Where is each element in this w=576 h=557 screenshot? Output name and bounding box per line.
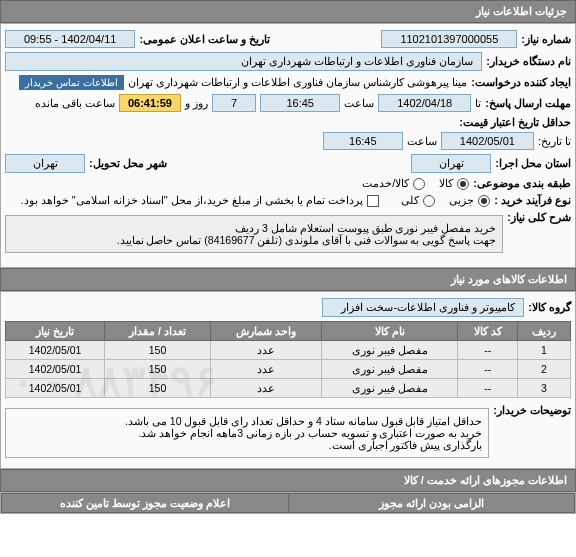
to-date-label: تا تاریخ: [538,135,571,148]
buyer-notes-value: حداقل امتیاز قابل قبول سامانه ستاد 4 و ح… [5,408,489,458]
table-row: 1--مفصل فیبر نوریعدد1501402/05/01 [6,341,571,360]
goods-group-label: گروه کالا: [528,301,571,314]
goods-group-value: کامپیوتر و فناوری اطلاعات-سخت افزار [322,298,524,317]
requester-label: ایجاد کننده درخواست: [471,76,571,89]
cell-unit: عدد [210,379,321,398]
radio-full[interactable] [423,195,435,207]
cell-qty: 150 [105,360,211,379]
validity-min-label: حداقل تاریخ اعتبار قیمت: [459,116,571,129]
cell-code: -- [458,379,517,398]
need-title-label: شرح کلی نیاز: [507,211,571,224]
col-name: نام کالا [321,322,458,341]
radio-goods-label: کالا [439,177,453,190]
requester-value: مینا پیرهوشی کارشناس سازمان فناوری اطلاع… [128,76,468,89]
col-qty: تعداد / مقدار [105,322,211,341]
need-no-value: 1102101397000055 [381,30,517,48]
goods-info-header: اطلاعات کالاهای مورد نیاز [0,268,576,291]
hour-label-1: ساعت [344,97,374,110]
need-no-label: شماره نیاز: [521,33,571,46]
buyer-org-value: سازمان فناوری اطلاعات و ارتباطات شهرداری… [5,52,482,71]
col-date: تاریخ نیاز [6,322,105,341]
days-left-value: 7 [212,94,256,112]
reply-date-value: 1402/04/18 [378,94,471,112]
radio-partial-label: جزیی [449,194,474,207]
exec-province-label: استان محل اجرا: [495,157,571,170]
radio-service-label: کالا/خدمت [362,177,409,190]
hour-label-2: ساعت [407,135,437,148]
table-row: 2--مفصل فیبر نوریعدد1501402/05/01 [6,360,571,379]
cell-date: 1402/05/01 [6,379,105,398]
deliver-city-value: تهران [5,154,85,173]
cell-date: 1402/05/01 [6,360,105,379]
cell-code: -- [458,341,517,360]
to-label: تا [475,97,481,110]
process-radio-group: جزیی کلی [401,194,490,207]
cell-qty: 150 [105,341,211,360]
timer-value: 06:41:59 [119,94,181,112]
radio-partial[interactable] [478,195,490,207]
col-code: کد کالا [458,322,517,341]
announce-dt-label: تاریخ و ساعت اعلان عمومی: [139,33,270,46]
permit-col-right: الزامی بودن ارائه مجوز [288,494,575,513]
cell-row: 1 [517,341,570,360]
cell-name: مفصل فیبر نوری [321,379,458,398]
goods-info-panel: ۸۸۳۴۹۶ - ۰ گروه کالا: کامپیوتر و فناوری … [0,291,576,469]
col-row: ردیف [517,322,570,341]
category-label: طبقه بندی موضوعی: [473,177,571,190]
and-label: روز و [185,97,208,110]
buyer-org-label: نام دستگاه خریدار: [486,55,571,68]
process-type-label: نوع فرآیند خرید : [494,194,571,207]
contact-info-button[interactable]: اطلاعات تماس خریدار [19,75,124,90]
payment-checkbox[interactable] [367,195,379,207]
permits-info-header: اطلاعات مجوزهای ارائه خدمت / کالا [0,469,576,492]
cell-name: مفصل فیبر نوری [321,341,458,360]
remaining-label: ساعت باقی مانده [35,97,115,110]
reply-hour-value: 16:45 [260,94,340,112]
validity-hour-value: 16:45 [323,132,403,150]
radio-goods[interactable] [457,178,469,190]
buyer-notes-label: توضیحات خریدار: [493,404,571,417]
reply-deadline-label: مهلت ارسال پاسخ: [485,97,571,110]
payment-note-label: پرداخت تمام یا بخشی از مبلغ خرید،از محل … [21,194,364,207]
cell-unit: عدد [210,360,321,379]
radio-service[interactable] [413,178,425,190]
need-info-panel: شماره نیاز: 1102101397000055 تاریخ و ساع… [0,23,576,268]
cell-code: -- [458,360,517,379]
goods-table: ردیف کد کالا نام کالا واحد شمارش تعداد /… [5,321,571,398]
deliver-city-label: شهر محل تحویل: [89,157,167,170]
cell-row: 3 [517,379,570,398]
col-unit: واحد شمارش [210,322,321,341]
cell-qty: 150 [105,379,211,398]
need-desc-value: خرید مفصل فیبر نوری طبق پیوست استعلام شا… [5,215,503,253]
cell-name: مفصل فیبر نوری [321,360,458,379]
validity-date-value: 1402/05/01 [441,132,534,150]
radio-full-label: کلی [401,194,419,207]
cell-unit: عدد [210,341,321,360]
cell-row: 2 [517,360,570,379]
exec-province-value: تهران [411,154,491,173]
table-row: 3--مفصل فیبر نوریعدد1501402/05/01 [6,379,571,398]
need-info-header: جزئیات اطلاعات نیاز [0,0,576,23]
cell-date: 1402/05/01 [6,341,105,360]
announce-dt-value: 1402/04/11 - 09:55 [5,30,135,48]
category-radio-group: کالا کالا/خدمت [362,177,469,190]
permit-col-status: اعلام وضعیت مجوز توسط تامین کننده [2,494,289,513]
permits-info-panel: الزامی بودن ارائه مجوز اعلام وضعیت مجوز … [0,492,576,514]
